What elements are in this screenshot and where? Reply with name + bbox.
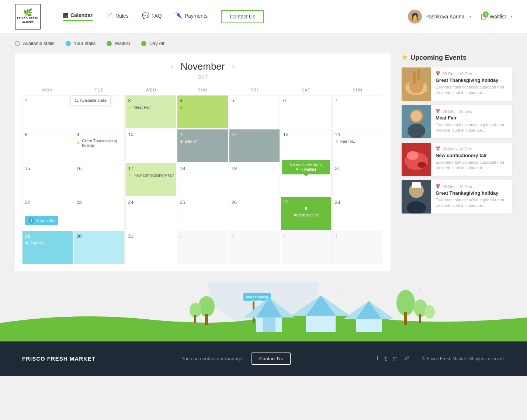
nav-faq-label: FAQ (152, 13, 162, 19)
pinterest-icon[interactable]: 𝒫 (403, 355, 408, 362)
cal-cell-dec1[interactable]: 1 (177, 231, 228, 264)
footer-copyright: © Frisco Fresh Market. All rights reserv… (422, 356, 505, 361)
cal-cell-18[interactable]: 18 (177, 163, 228, 196)
header-right: 👩 Pashkova Karina ▾ 📋 3 Waitlist ▾ (408, 10, 512, 24)
cal-cell-27[interactable]: 27 ♥ Add to waitlist (281, 197, 332, 230)
cal-cell-30[interactable]: 30 (74, 231, 125, 264)
illustration-section: FRISCO FRESH MARKET ⌄ ⌄ ⌄ (0, 282, 527, 341)
cal-cell-dec2[interactable]: 2 (229, 231, 280, 264)
calendar-header: ‹ November › (22, 61, 383, 72)
chip-count: 1 (28, 218, 34, 223)
svg-text:⌄: ⌄ (419, 287, 422, 291)
legend-dot-day-off (141, 41, 146, 46)
cal-cell-20[interactable]: 20 No available stalls ♥ In waitlist (281, 163, 332, 196)
heart-icon-small: ♥ (296, 167, 298, 171)
waitlist-button[interactable]: 📋 3 Waitlist ▾ (480, 14, 512, 20)
cell-number: 5 (232, 98, 277, 103)
cal-cell-26[interactable]: 26 (229, 197, 280, 230)
upcoming-title-text: Upcoming Events (410, 54, 467, 62)
cal-cell-17[interactable]: 17 ★ New confectionery fair (125, 163, 176, 196)
waitlist-label: Waitlist (489, 14, 506, 20)
nav-rules[interactable]: 📄 Rules (106, 12, 129, 21)
cell-number: 7 (335, 98, 381, 103)
svg-rect-30 (263, 317, 275, 332)
cal-cell-1[interactable]: 1 (22, 95, 73, 128)
event-card-desc-1: Excepteur sint occaecat cupidatat non pr… (436, 84, 508, 96)
event-card-date-4: 📅 09 Dec - 10 Dec (436, 184, 508, 189)
facebook-icon[interactable]: f (377, 355, 378, 362)
cell-number: 28 (335, 199, 381, 205)
cal-cell-19[interactable]: 19 (229, 163, 280, 196)
cal-cell-21[interactable]: 21 (332, 163, 383, 196)
cell-fair-29: ★ Fair for... (25, 240, 70, 246)
footer-contact-button[interactable]: Contact Us (252, 353, 291, 365)
footer-logo: FRISCO FRESH MARKET (22, 355, 96, 362)
cell-number: 15 (25, 166, 70, 171)
nav-payments[interactable]: 🌂 Payments (175, 12, 208, 21)
upcoming-title: ★ Upcoming Events (402, 53, 512, 62)
cell-number: 23 (76, 199, 122, 205)
event-card-title-1: Great Thanksgiving holiday (436, 77, 508, 83)
svg-point-7 (408, 124, 425, 138)
cal-cell-28[interactable]: 28 (332, 197, 383, 230)
faq-icon: 💬 (142, 12, 149, 19)
cal-cell-16[interactable]: 16 (74, 163, 125, 196)
logo-grass-icon: 🌿 (23, 9, 32, 16)
cal-cell-23[interactable]: 23 (74, 197, 125, 230)
cal-cell-12[interactable]: 12 (229, 129, 280, 162)
event-card-2[interactable]: 📅 09 Dec - 10 Dec Meat Fair Excepteur si… (402, 105, 512, 138)
cal-cell-8[interactable]: 8 (22, 129, 73, 162)
cal-cell-24[interactable]: 24 (125, 197, 176, 230)
logo-box: 🌿 FRISCO FRESH MARKET (15, 4, 41, 29)
confectionery-label: New confectionery fair (134, 173, 174, 177)
contact-us-button[interactable]: Contact Us (221, 10, 264, 23)
cell-number: 25 (180, 199, 225, 205)
cal-cell-dec3[interactable]: 3 (281, 231, 332, 264)
add-waitlist-popup[interactable]: ♥ Add to waitlist (282, 202, 330, 220)
cal-cell-5[interactable]: 5 (229, 95, 280, 128)
cal-cell-7[interactable]: 7 (332, 95, 383, 128)
calendar-section: ‹ November › 2017 MON TUE WED THU FRI SA… (15, 53, 391, 271)
cal-cell-2[interactable]: 2 11 Available stalls (74, 95, 125, 128)
svg-rect-33 (306, 316, 336, 332)
event-card-3[interactable]: 📅 09 Dec - 10 Dec New confectionery fair… (402, 143, 512, 176)
cal-cell-14[interactable]: 14 ★ Fair for... (332, 129, 383, 162)
svg-rect-40 (419, 314, 421, 323)
svg-rect-3 (413, 71, 416, 84)
cal-cell-3[interactable]: 3 ★ Meat Fair (125, 95, 176, 128)
cal-cell-25[interactable]: 25 (177, 197, 228, 230)
cal-cell-11[interactable]: 11 ⊗ Day off (177, 129, 228, 162)
cal-cell-15[interactable]: 15 (22, 163, 73, 196)
next-month-button[interactable]: › (232, 63, 234, 70)
instagram-icon[interactable]: ◻ (393, 355, 398, 362)
no-stalls-popup: No available stalls ♥ In waitlist (282, 160, 330, 174)
cal-cell-22[interactable]: 22 1 Your stalls (22, 197, 73, 230)
prev-month-button[interactable]: ‹ (171, 63, 173, 70)
event-card-image-1 (402, 67, 431, 101)
cal-cell-13[interactable]: 13 (281, 129, 332, 162)
cell-number: 26 (232, 199, 277, 205)
cell-number: 6 (283, 98, 329, 103)
cal-cell-dec4[interactable]: 4 (332, 231, 383, 264)
star-gold-icon: ★ (402, 53, 408, 62)
cal-cell-9[interactable]: 9 ★ Great Thanksgiving holiday (74, 129, 125, 162)
event-date-2: 09 Dec - 10 Dec (443, 109, 472, 114)
cell-number: 4 (180, 98, 225, 103)
user-name: Pashkova Karina (426, 14, 465, 20)
cal-cell-4[interactable]: 4 ♥ (177, 95, 228, 128)
svg-text:⌄: ⌄ (345, 292, 348, 296)
cell-number: 10 (128, 132, 174, 137)
user-menu[interactable]: 👩 Pashkova Karina ▾ (408, 10, 472, 24)
nav-faq[interactable]: 💬 FAQ (142, 12, 162, 21)
cal-cell-10[interactable]: 10 (125, 129, 176, 162)
event-card-body-2: 📅 09 Dec - 10 Dec Meat Fair Excepteur si… (431, 105, 512, 138)
event-card-1[interactable]: 📅 09 Dec - 10 Dec Great Thanksgiving hol… (402, 67, 512, 101)
cal-cell-31[interactable]: 31 (125, 231, 176, 264)
nav-calendar[interactable]: ▦ Calendar (63, 12, 93, 21)
heart-icon: ♥ (180, 105, 183, 111)
twitter-icon[interactable]: 𝕥 (384, 355, 387, 362)
cal-cell-29[interactable]: 29 ★ Fair for... (22, 231, 73, 264)
event-card-4[interactable]: 📅 09 Dec - 10 Dec Great Thanksgiving hol… (402, 180, 512, 214)
logo-area: 🌿 FRISCO FRESH MARKET (15, 4, 41, 29)
cal-cell-6[interactable]: 6 (281, 95, 332, 128)
